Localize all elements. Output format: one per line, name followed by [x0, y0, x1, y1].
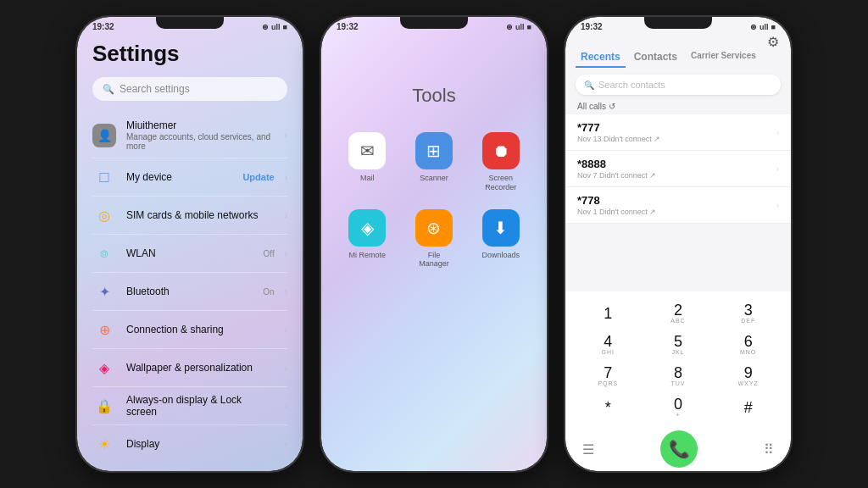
app-grid: ✉ Mail ⊞ Scanner ⏺ Screen Recorder ◈ Mi … [321, 132, 547, 269]
phone-tabs: Recents Contacts Carrier Services [565, 47, 791, 68]
miuithemer-sub: Manage accounts, cloud services, and mor… [126, 132, 275, 151]
dial-key-6[interactable]: 6MNO [714, 330, 782, 359]
settings-item-wallpaper[interactable]: ◈ Wallpaper & personalization › [92, 349, 287, 387]
chevron-icon: › [285, 173, 287, 182]
tab-contacts[interactable]: Contacts [629, 47, 682, 68]
app-screen-recorder[interactable]: ⏺ Screen Recorder [480, 132, 521, 192]
contacts-search-placeholder: Search contacts [598, 80, 665, 90]
phone-dialer: 19:32 ⊛ ull ■ ⚙ Recents Contacts Carrier… [564, 15, 793, 473]
dial-key-5[interactable]: 5JKL [644, 330, 713, 359]
mail-label: Mail [360, 174, 375, 183]
settings-search-box[interactable]: 🔍 Search settings [92, 77, 287, 101]
dial-key-star[interactable]: * [574, 392, 643, 422]
bluetooth-label: Bluetooth [126, 286, 253, 297]
mydevice-icon: □ [92, 165, 116, 189]
wallpaper-label: Wallpaper & personalization [126, 362, 275, 374]
dial-key-hash[interactable]: # [714, 392, 782, 422]
call-meta-2: Nov 7 Didn't connect ↗ [577, 171, 776, 180]
keypad-icon[interactable]: ⠿ [764, 441, 774, 458]
dial-key-7[interactable]: 7PQRS [574, 361, 643, 391]
dial-key-8[interactable]: 8TUV [644, 361, 713, 391]
settings-item-mydevice[interactable]: □ My device Update › [92, 158, 287, 197]
dialpad: 1 2ABC 3DEF 4GHI 5JKL 6MNO 7PQRS 8TUV 9W… [565, 291, 791, 427]
settings-content: Settings 🔍 Search settings 👤 Miuithemer … [77, 17, 303, 471]
bt-icon: ⊛ [262, 23, 269, 31]
display-icon: ☀ [92, 432, 116, 456]
signal-icon3: ull [760, 23, 769, 31]
mail-icon: ✉ [348, 132, 386, 169]
call-item-778[interactable]: *778 Nov 1 Didn't connect ↗ › [565, 187, 791, 224]
dial-key-0[interactable]: 0+ [644, 392, 713, 422]
app-scanner[interactable]: ⊞ Scanner [414, 132, 455, 192]
app-file-manager[interactable]: ⊛ File Manager [414, 209, 455, 269]
wallpaper-icon: ◈ [92, 356, 116, 380]
alwayson-icon: 🔒 [92, 394, 116, 418]
app-downloads[interactable]: ⬇ Downloads [480, 209, 521, 269]
miuithemer-label: Miuithemer [126, 119, 275, 131]
call-list: *777 Nov 13 Didn't connect ↗ › *8888 Nov… [565, 114, 791, 291]
call-chevron-3: › [776, 201, 779, 210]
settings-item-wlan[interactable]: ⌾ WLAN Off › [92, 235, 287, 273]
app-mail[interactable]: ✉ Mail [347, 132, 388, 192]
connection-label: Connection & sharing [126, 324, 275, 336]
contacts-search-box[interactable]: 🔍 Search contacts [576, 75, 781, 95]
search-icon-phone: 🔍 [584, 80, 594, 90]
settings-item-connection[interactable]: ⊕ Connection & sharing › [92, 311, 287, 349]
signal-icon2: ull [515, 23, 525, 31]
chevron-icon: › [285, 130, 287, 140]
battery-icon3: ■ [771, 23, 776, 31]
call-meta-1: Nov 13 Didn't connect ↗ [577, 135, 776, 143]
settings-icon[interactable]: ⚙ [767, 35, 779, 49]
status-icons-3: ⊛ ull ■ [750, 23, 776, 31]
dial-key-2[interactable]: 2ABC [644, 298, 713, 328]
scanner-icon: ⊞ [415, 132, 453, 169]
bt-icon3: ⊛ [750, 23, 757, 31]
settings-item-miuithemer[interactable]: 👤 Miuithemer Manage accounts, cloud serv… [92, 113, 287, 158]
wlan-status: Off [264, 249, 275, 258]
downloads-label: Downloads [481, 251, 520, 260]
scanner-label: Scanner [420, 174, 448, 183]
miuithemer-icon: 👤 [92, 124, 116, 147]
tools-screen: 19:32 ⊛ ull ■ Tools ✉ Mail ⊞ Scanner ⏺ [321, 17, 547, 471]
all-calls-label: All calls ↺ [565, 102, 791, 114]
chevron-icon: › [285, 249, 287, 258]
filemanager-icon: ⊛ [415, 209, 453, 247]
tools-content: Tools ✉ Mail ⊞ Scanner ⏺ Screen Recorder… [321, 17, 547, 471]
settings-screen: 19:32 ⊛ ull ■ Settings 🔍 Search settings… [77, 17, 303, 471]
status-bar-3: 19:32 ⊛ ull ■ [565, 17, 791, 31]
call-phone-icon: 📞 [669, 439, 690, 459]
bluetooth-status: On [263, 287, 274, 297]
wlan-label: WLAN [126, 247, 253, 259]
filemanager-label: File Manager [414, 251, 455, 269]
tab-recents[interactable]: Recents [576, 47, 626, 68]
tab-carrier[interactable]: Carrier Services [686, 47, 761, 68]
call-item-8888[interactable]: *8888 Nov 7 Didn't connect ↗ › [565, 151, 791, 187]
app-mi-remote[interactable]: ◈ Mi Remote [347, 209, 388, 269]
chevron-icon: › [285, 325, 287, 335]
dial-key-1[interactable]: 1 [574, 298, 643, 328]
menu-icon[interactable]: ☰ [582, 441, 594, 458]
chevron-icon: › [285, 440, 287, 449]
call-number-1: *777 [577, 121, 776, 134]
call-chevron-2: › [776, 164, 779, 174]
settings-item-sim[interactable]: ◎ SIM cards & mobile networks › [92, 197, 287, 235]
call-button[interactable]: 📞 [660, 430, 698, 468]
dial-key-3[interactable]: 3DEF [714, 298, 782, 328]
screenrecorder-label: Screen Recorder [480, 174, 521, 192]
status-icons-1: ⊛ ull ■ [262, 23, 287, 31]
alwayson-label: Always-on display & Lock screen [126, 394, 275, 418]
chevron-icon: › [285, 287, 287, 297]
settings-item-bluetooth[interactable]: ✦ Bluetooth On › [92, 273, 287, 311]
settings-item-alwayson[interactable]: 🔒 Always-on display & Lock screen › [92, 387, 287, 425]
settings-item-display[interactable]: ☀ Display › [92, 425, 287, 463]
update-badge: Update [242, 172, 274, 182]
call-item-777[interactable]: *777 Nov 13 Didn't connect ↗ › [565, 114, 791, 151]
miremote-icon: ◈ [348, 209, 386, 247]
dial-key-4[interactable]: 4GHI [574, 330, 643, 359]
dial-actions: ☰ 📞 ⠿ [565, 427, 791, 471]
time-2: 19:32 [337, 22, 359, 31]
dial-key-9[interactable]: 9WXYZ [714, 361, 782, 391]
mydevice-label: My device [126, 171, 232, 183]
sim-icon: ◎ [92, 203, 116, 227]
tools-title: Tools [412, 85, 455, 107]
